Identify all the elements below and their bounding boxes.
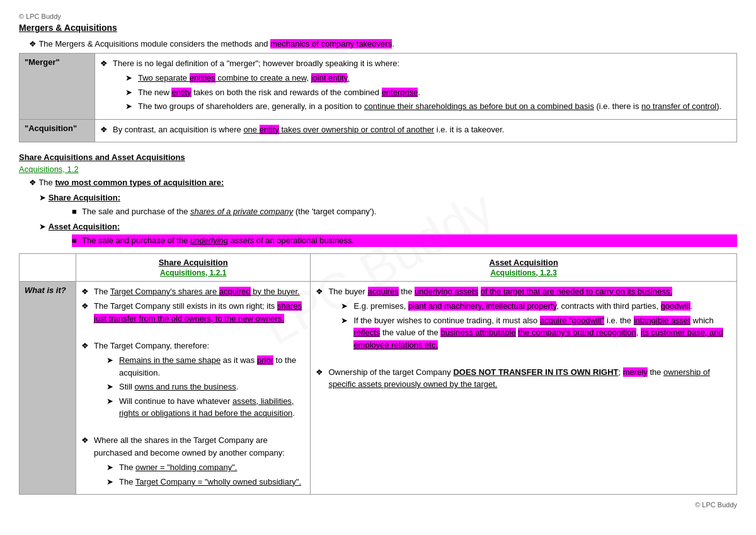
comparison-table: Share Acquisition Acquisitions, 1.2.1 As… bbox=[19, 253, 737, 495]
share-acq-text: The sale and purchase of the shares of a… bbox=[72, 205, 737, 218]
merger-point-0: There is no legal definition of a "merge… bbox=[100, 57, 731, 70]
col1-link: Acquisitions, 1.2.1 bbox=[81, 268, 305, 277]
asset-acq-square: The sale and purchase of the underlying … bbox=[59, 234, 737, 247]
copyright-top: © LPC Buddy bbox=[19, 13, 737, 20]
col2-link: Acquisitions, 1.2.3 bbox=[316, 268, 731, 277]
intro-line: The Mergers & Acquisitions module consid… bbox=[29, 38, 737, 50]
col2-sub-1: If the buyer wishes to continue trading,… bbox=[341, 314, 731, 352]
col1-sub-1: Still owns and runs the business. bbox=[106, 381, 305, 393]
intro-text-before: The Mergers & Acquisitions module consid… bbox=[38, 39, 270, 49]
col2-header: Asset Acquisition Acquisitions, 1.2.3 bbox=[311, 253, 737, 281]
col1-header: Share Acquisition Acquisitions, 1.2.1 bbox=[76, 253, 311, 281]
copyright-bottom: © LPC Buddy bbox=[19, 501, 737, 509]
col2-sub-0: E.g. premises, plant and machinery, inte… bbox=[341, 300, 731, 313]
acquisition-label: "Acquisition" bbox=[20, 119, 95, 142]
asset-acq-arrow: Asset Acquisition: bbox=[39, 221, 737, 233]
acquisition-content: By contrast, an acquisition is where one… bbox=[95, 119, 737, 142]
acquisition-text: By contrast, an acquisition is where one… bbox=[100, 124, 731, 136]
acquisition-row: "Acquisition" By contrast, an acquisitio… bbox=[20, 119, 737, 142]
col1-content: The Target Company's shares are acquired… bbox=[76, 281, 311, 495]
col1-sub-2: Will continue to have whatever assets, l… bbox=[106, 395, 305, 420]
section2-link: Acquisitions, 1.2 bbox=[19, 164, 737, 174]
merger-point-1: Two separate entities combine to create … bbox=[125, 72, 731, 84]
comp-header-row: Share Acquisition Acquisitions, 1.2.1 As… bbox=[20, 253, 737, 281]
col2-bullet-0: The buyer acquires the underlying assets… bbox=[316, 285, 731, 352]
share-acq-arrow: Share Acquisition: bbox=[39, 192, 737, 204]
share-acq-square: The sale and purchase of the shares of a… bbox=[59, 205, 737, 218]
merger-point-2: The new entity takes on both the risk an… bbox=[125, 86, 731, 99]
intro-text-after: . bbox=[392, 39, 394, 49]
asset-acq-text: The sale and purchase of the underlying … bbox=[72, 234, 737, 247]
comp-content-row: What is it? The Target Company's shares … bbox=[20, 281, 737, 495]
col1-bullet-1: The Target Company still exists in its o… bbox=[81, 300, 305, 325]
col1-sub-4: The Target Company = "wholly owned subsi… bbox=[106, 476, 305, 488]
col1-extra-1: Where all the shares in the Target Compa… bbox=[81, 434, 305, 488]
col1-extra-0: The Target Company, therefore: Remains i… bbox=[81, 340, 305, 420]
intro-highlight: mechanics of company takeovers bbox=[270, 39, 392, 49]
merger-content: There is no legal definition of a "merge… bbox=[95, 53, 737, 119]
section2-title: Share Acquisitions and Asset Acquisition… bbox=[19, 152, 737, 162]
section2-intro-text: The two most common types of acquisition… bbox=[38, 178, 224, 187]
col1-sub-3: The owner = "holding company". bbox=[106, 461, 305, 474]
col1-bullet-0: The Target Company's shares are acquired… bbox=[81, 285, 305, 298]
col2-bottom-bullet: Ownership of the target Company DOES NOT… bbox=[316, 366, 731, 391]
merger-row: "Merger" There is no legal definition of… bbox=[20, 53, 737, 119]
merger-label: "Merger" bbox=[20, 53, 95, 119]
main-title: Mergers & Acquisitions bbox=[19, 23, 737, 33]
merger-point-3: The two groups of shareholders are, gene… bbox=[125, 100, 731, 113]
definitions-table: "Merger" There is no legal definition of… bbox=[19, 53, 737, 143]
section2-intro-diamond: The two most common types of acquisition… bbox=[29, 176, 737, 189]
col2-content: The buyer acquires the underlying assets… bbox=[311, 281, 737, 495]
col1-sub-0: Remains in the same shape as it was prio… bbox=[106, 354, 305, 379]
comp-row-label: What is it? bbox=[20, 281, 76, 495]
